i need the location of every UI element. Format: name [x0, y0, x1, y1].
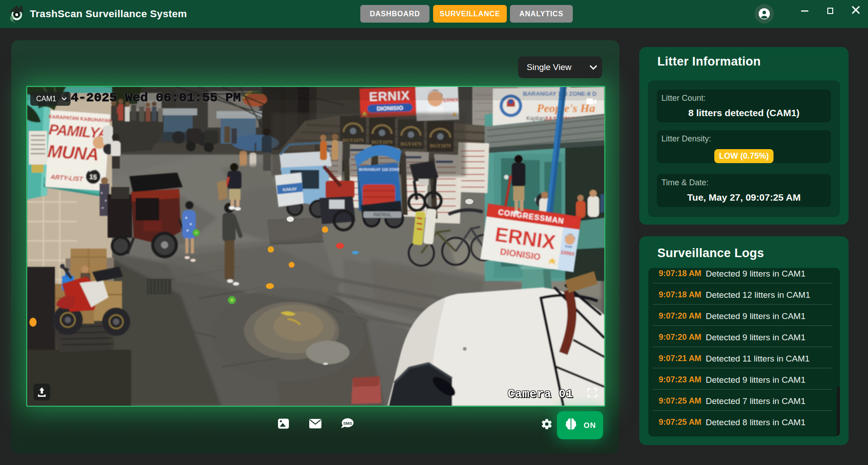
svg-text:15: 15 [89, 173, 97, 181]
svg-text:MUNA: MUNA [47, 141, 99, 164]
svg-text:PATRUL: PATRUL [373, 212, 391, 217]
svg-text:BARANGAY 118 ZONE: BARANGAY 118 ZONE [359, 167, 400, 172]
svg-text:DIONISIO: DIONISIO [377, 104, 403, 112]
svg-text:SMS: SMS [343, 421, 352, 426]
